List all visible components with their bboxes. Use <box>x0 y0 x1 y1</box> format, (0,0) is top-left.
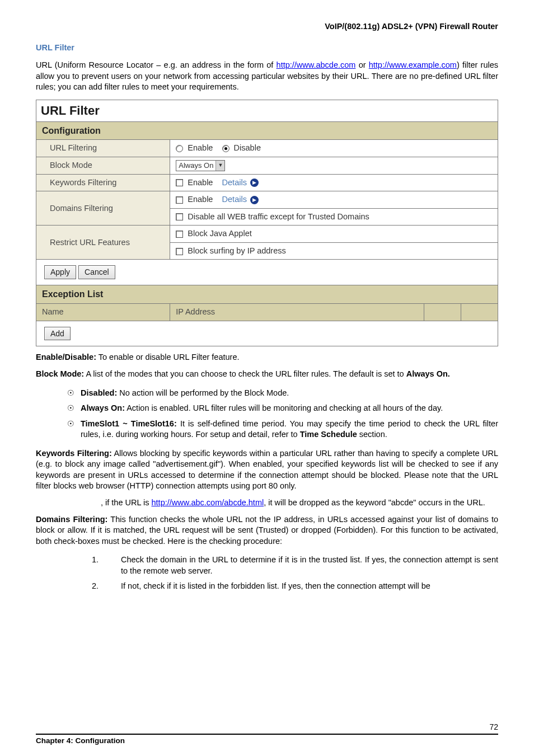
col-blank-1 <box>424 303 461 321</box>
keywords-example-para: xxxxxxxxxxxxxxxx, if the URL is http://w… <box>36 497 498 509</box>
section-heading: URL Filter <box>36 39 498 60</box>
keywords-details-link[interactable]: Details <box>222 178 247 187</box>
domains-filtering-label: Domains Filtering <box>36 191 170 226</box>
timeslot-bullet-label: TimeSlot1 ~ TimeSlot16: <box>81 419 177 428</box>
page-header: VoIP/(802.11g) ADSL2+ (VPN) Firewall Rou… <box>36 21 498 39</box>
block-mode-select-value: Always On <box>179 161 213 171</box>
always-on-label: Always On. <box>406 369 450 378</box>
col-blank-2 <box>461 303 498 321</box>
ip-column-header: IP Address <box>170 303 424 321</box>
num-1: 1. <box>92 555 121 576</box>
block-ip-surf-label: Block surfing by IP address <box>188 246 285 255</box>
intro-text-b: or <box>355 60 368 69</box>
domains-procedure-list: 1. Check the domain in the URL to determ… <box>92 552 498 594</box>
chevron-down-icon: ▼ <box>216 161 224 171</box>
keywords-example-link[interactable]: http://www.abc.com/abcde.html <box>152 498 264 507</box>
configuration-header: Configuration <box>36 121 498 140</box>
keywords-ex-b: , it will be dropped as the keyword "abc… <box>264 498 485 507</box>
chapter-label: Chapter 4: Configuration <box>36 734 498 746</box>
timeslot-bullet-text-b: Time Schedule <box>300 430 357 439</box>
apply-button[interactable]: Apply <box>44 265 76 279</box>
enable-disable-para: Enable/Disable: To enable or disable URL… <box>36 352 498 363</box>
enable-disable-text: To enable or disable URL Filter feature. <box>96 353 240 361</box>
num-2: 2. <box>92 581 121 592</box>
intro-link-1[interactable]: http://www.abcde.com <box>277 60 356 69</box>
page-footer: 72 Chapter 4: Configuration <box>36 722 498 746</box>
num-2-text: If not, check if it is listed in the for… <box>121 581 498 592</box>
always-on-bullet-label: Always On: <box>81 403 125 412</box>
exception-list-header: Exception List <box>36 285 498 304</box>
intro-paragraph: URL (Uniform Resource Locator – e.g. an … <box>36 60 498 97</box>
page-number: 72 <box>36 722 498 734</box>
disable-radio-label: Disable <box>234 143 261 152</box>
arrow-circle-icon[interactable]: ▶ <box>250 179 259 187</box>
keywords-enable-label: Enable <box>188 178 213 187</box>
keywords-filtering-label: Keywords Filtering <box>36 174 170 191</box>
enable-radio-label: Enable <box>188 143 213 152</box>
disable-radio[interactable] <box>222 145 229 152</box>
add-button[interactable]: Add <box>44 327 71 341</box>
block-mode-select[interactable]: Always On ▼ <box>176 160 225 171</box>
num-1-text: Check the domain in the URL to determine… <box>121 555 498 576</box>
keywords-para: Keywords Filtering: Allows blocking by s… <box>36 448 498 492</box>
keywords-ex-a: , if the URL is <box>101 498 152 507</box>
intro-link-2[interactable]: http://www.example.com <box>369 60 457 69</box>
block-java-label: Block Java Applet <box>188 229 251 238</box>
disabled-bullet-label: Disabled: <box>81 388 117 397</box>
domains-details-link[interactable]: Details <box>222 195 247 204</box>
domains-enable-label: Enable <box>188 195 213 204</box>
table-title: URL Filter <box>36 100 498 121</box>
block-mode-label: Block Mode <box>36 157 170 174</box>
domains-para: Domains Filtering: This function checks … <box>36 514 498 547</box>
list-item: ☉ Always On: Action is enabled. URL filt… <box>67 401 498 416</box>
block-ip-surf-checkbox[interactable] <box>176 248 183 255</box>
block-java-checkbox[interactable] <box>176 231 183 238</box>
cancel-button[interactable]: Cancel <box>78 265 115 279</box>
url-filtering-label: URL Filtering <box>36 140 170 157</box>
timeslot-bullet-text-c: section. <box>357 430 387 439</box>
list-item: 1. Check the domain in the URL to determ… <box>92 552 498 579</box>
keywords-para-label: Keywords Filtering: <box>36 449 112 458</box>
restrict-url-label: Restrict URL Features <box>36 226 170 260</box>
list-item: 2. If not, check if it is listed in the … <box>92 579 498 594</box>
domains-para-label: Domains Filtering: <box>36 515 107 524</box>
disabled-bullet-text: No action will be performed by the Block… <box>117 388 289 397</box>
disable-all-web-label: Disable all WEB traffic except for Trust… <box>188 212 369 221</box>
intro-text-a: URL (Uniform Resource Locator – e.g. an … <box>36 60 277 69</box>
disable-all-web-checkbox[interactable] <box>176 213 183 220</box>
list-item: ☉ Disabled: No action will be performed … <box>67 386 498 401</box>
domains-enable-checkbox[interactable] <box>176 196 183 204</box>
always-on-bullet-text: Action is enabled. URL filter rules will… <box>125 403 443 412</box>
list-item: ☉ TimeSlot1 ~ TimeSlot16: It is self-def… <box>67 416 498 443</box>
arrow-circle-icon[interactable]: ▶ <box>250 196 259 204</box>
bullet-icon: ☉ <box>67 403 81 414</box>
enable-disable-label: Enable/Disable: <box>36 353 96 361</box>
block-mode-list: ☉ Disabled: No action will be performed … <box>67 386 498 443</box>
url-filter-table: URL Filter Configuration URL Filtering E… <box>36 100 498 347</box>
block-mode-para-text: A list of the modes that you can choose … <box>84 369 406 378</box>
bullet-icon: ☉ <box>67 419 81 440</box>
block-mode-para-label: Block Mode: <box>36 369 84 378</box>
bullet-icon: ☉ <box>67 388 81 399</box>
keywords-enable-checkbox[interactable] <box>176 179 183 186</box>
block-mode-para: Block Mode: A list of the modes that you… <box>36 369 498 380</box>
enable-radio[interactable] <box>176 145 183 152</box>
name-column-header: Name <box>36 303 170 321</box>
